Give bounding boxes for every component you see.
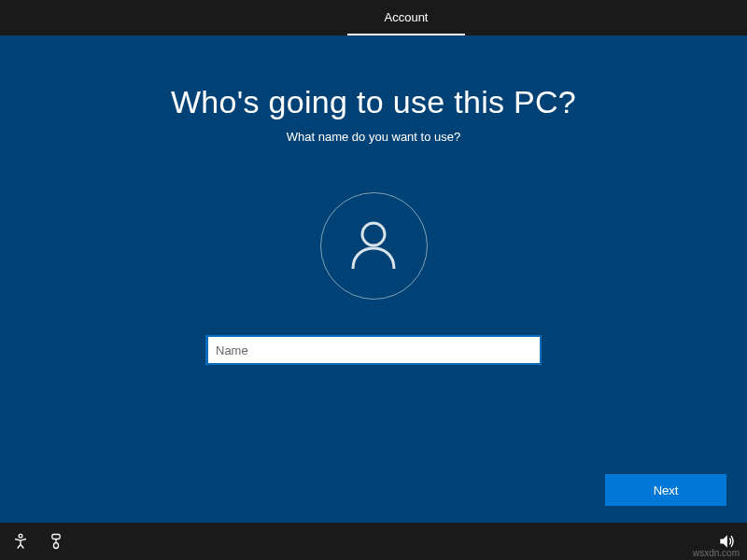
svg-rect-2 [52,535,60,539]
setup-main: Who's going to use this PC? What name do… [0,35,747,523]
input-method-icon[interactable] [47,532,65,551]
setup-footer: wsxdn.com [0,523,747,560]
next-button[interactable]: Next [605,474,726,506]
svg-rect-3 [54,543,59,549]
page-title: Who's going to use this PC? [171,84,576,120]
svg-point-1 [19,534,22,538]
user-icon [344,215,403,278]
user-avatar-placeholder [320,192,428,300]
ease-of-access-icon[interactable] [11,532,30,551]
page-subtitle: What name do you want to use? [287,130,460,144]
name-input[interactable] [205,335,542,365]
svg-point-0 [362,223,385,245]
tab-account-label: Account [385,10,429,24]
volume-icon[interactable] [717,532,736,551]
setup-header: Account [0,0,747,35]
tab-account: Account [347,0,466,35]
